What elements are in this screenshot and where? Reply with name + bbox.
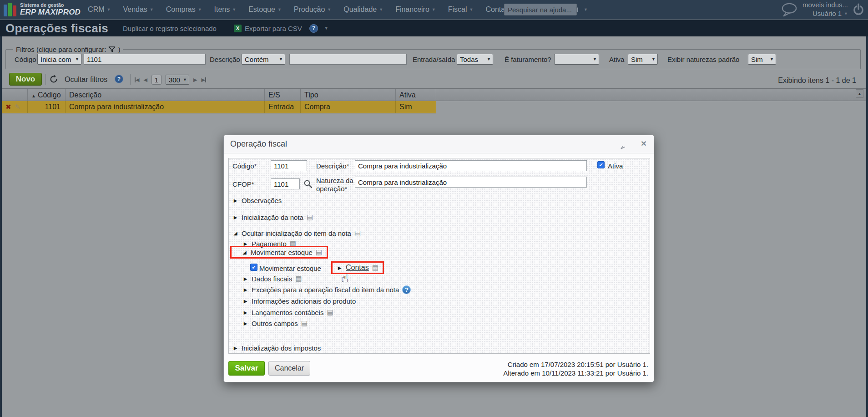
help-icon[interactable]: ? <box>402 285 411 294</box>
help-chevron-down-icon[interactable]: ▼ <box>584 7 588 12</box>
menu-crm[interactable]: CRM▼ <box>88 5 111 14</box>
delete-icon[interactable]: ✖ <box>5 103 11 111</box>
modal-descricao-label: Descrição* <box>316 162 349 170</box>
col-header-tipo[interactable]: Tipo <box>301 89 396 101</box>
salvar-button[interactable]: Salvar <box>228 361 265 376</box>
naturezas-padrao-select[interactable]: Sim▼ <box>748 54 776 65</box>
chat-bubble-icon[interactable] <box>781 2 798 17</box>
title-chevron-down-icon[interactable]: ▼ <box>324 26 328 31</box>
cancelar-button[interactable]: Cancelar <box>268 361 310 376</box>
last-page-icon[interactable]: ▶ <box>201 77 206 83</box>
logo-title: ERP MAXIPROD <box>20 8 81 16</box>
prev-page-icon[interactable]: ◀ <box>143 77 147 83</box>
cfop-search-icon[interactable] <box>303 179 313 188</box>
movimentar-estoque-checkbox[interactable]: ✔ <box>250 264 257 271</box>
modal-natureza-input[interactable] <box>355 177 587 188</box>
next-page-icon[interactable]: ▶ <box>193 77 197 83</box>
form-icon[interactable]: ▤ <box>307 213 313 221</box>
chevron-down-icon: ▼ <box>277 57 283 61</box>
section-movimentar-estoque[interactable]: ◢Movimentar estoque▤ <box>230 247 328 258</box>
page-size-select[interactable]: 300▼ <box>166 75 189 85</box>
main-menu: CRM▼Vendas▼Compras▼Itens▼Estoque▼Produçã… <box>88 5 536 14</box>
descricao-filter-input[interactable] <box>289 54 407 65</box>
funnel-icon[interactable] <box>108 46 116 53</box>
section-excecoes-para-a-operacao-fiscal-do-item-da-nota[interactable]: ▶Exceções para a operação fiscal do item… <box>242 284 411 295</box>
menu-itens[interactable]: Itens▼ <box>214 5 237 14</box>
modal-codigo-label: Código* <box>232 162 257 170</box>
duplicate-record-button[interactable]: Duplicar o registro selecionado <box>123 25 217 32</box>
menu-compras[interactable]: Compras▼ <box>166 5 202 14</box>
codigo-filter-input[interactable] <box>84 54 206 65</box>
section-lancamentos-contabeis[interactable]: ▶Lançamentos contábeis▤ <box>242 307 333 318</box>
scrollbar-up-icon[interactable]: ▲ <box>856 89 863 98</box>
dialog-comment-icon[interactable] <box>619 140 630 149</box>
form-icon[interactable]: ▤ <box>327 308 333 316</box>
cell-ativa: Sim <box>396 101 436 113</box>
entrada-saida-select[interactable]: Todas▼ <box>457 54 493 65</box>
movimentar-estoque-checkbox-label: Movimentar estoque <box>259 264 321 273</box>
menu-fiscal[interactable]: Fiscal▼ <box>448 5 474 14</box>
chevron-down-icon: ▼ <box>379 7 383 12</box>
form-icon[interactable]: ▤ <box>372 264 378 272</box>
user-menu[interactable]: Usuário 1 ▼ <box>812 10 848 18</box>
ativa-filter-select[interactable]: Sim▼ <box>628 54 658 65</box>
section-inicializacao-da-nota[interactable]: ▶Inicialização da nota▤ <box>232 212 313 223</box>
cell-e-s: Entrada <box>265 101 301 113</box>
menu-estoque[interactable]: Estoque▼ <box>248 5 282 14</box>
modal-descricao-input[interactable] <box>355 160 587 171</box>
power-icon[interactable] <box>853 3 864 16</box>
col-header-e-s[interactable]: E/S <box>265 89 301 101</box>
expand-icon: ▶ <box>242 321 248 326</box>
expand-icon: ▶ <box>242 310 248 315</box>
form-icon[interactable]: ▤ <box>301 319 308 327</box>
table-row[interactable]: ✖✎1101Compra para industrializaçãoEntrad… <box>2 101 436 113</box>
app-logo[interactable]: Sistema de gestão ERP MAXIPROD <box>4 3 81 16</box>
export-csv-button[interactable]: X Exportar para CSV <box>234 25 302 32</box>
company-name: moveis indus... <box>802 1 848 10</box>
naturezas-padrao-label: Exibir naturezas padrão <box>667 56 739 63</box>
form-icon[interactable]: ▤ <box>316 248 322 256</box>
expand-icon: ▶ <box>242 299 248 304</box>
close-icon[interactable]: × <box>641 138 646 149</box>
filters-legend[interactable]: Filtros (clique para configurar: ) <box>13 46 123 53</box>
section-dados-fiscais[interactable]: ▶Dados fiscais▤ <box>242 273 302 284</box>
ocultar-filtros-button[interactable]: Ocultar filtros <box>65 76 107 84</box>
menu-financeiro[interactable]: Financeiro▼ <box>395 5 436 14</box>
toolbar-help-icon[interactable]: ? <box>115 75 123 83</box>
title-help-icon[interactable]: ? <box>309 24 318 33</box>
descricao-operator-select[interactable]: Contém▼ <box>242 54 285 65</box>
page-number-input[interactable]: 1 <box>151 75 161 85</box>
section-ocultar-inicializacao-do-item-da-nota[interactable]: ◢Ocultar inicialização do item da nota▤ <box>232 228 361 239</box>
edit-icon[interactable]: ✎ <box>15 103 20 111</box>
content-area: Filtros (clique para configurar: ) Códig… <box>0 36 868 417</box>
first-page-icon[interactable]: ◀ <box>135 77 139 83</box>
contas-link[interactable]: Contas <box>346 264 369 272</box>
novo-button[interactable]: Novo <box>9 73 42 86</box>
expand-icon: ▶ <box>242 276 248 281</box>
menu-producao[interactable]: Produção▼ <box>294 5 331 14</box>
section-outros-campos[interactable]: ▶Outros campos▤ <box>242 318 308 329</box>
col-header-codigo[interactable]: ▲Código <box>28 89 66 101</box>
section-observacoes[interactable]: ▶Observações <box>232 195 282 206</box>
descricao-filter-label: Descrição <box>210 56 240 63</box>
items-count-label: Exibindo itens 1 - 1 de 1 <box>778 76 856 85</box>
codigo-operator-select[interactable]: Inicia com▼ <box>37 54 81 65</box>
section-informacoes-adicionais-do-produto[interactable]: ▶Informações adicionais do produto <box>242 295 356 306</box>
highlight-box: ◢Movimentar estoque▤ <box>230 246 328 259</box>
form-icon[interactable]: ▤ <box>354 229 361 237</box>
col-header-descricao[interactable]: Descrição <box>66 89 265 101</box>
form-icon[interactable]: ▤ <box>295 275 302 283</box>
section-label: Ocultar inicialização do item da nota <box>242 229 351 237</box>
faturamento-select[interactable]: ▼ <box>554 54 599 65</box>
section-inicializacao-dos-impostos[interactable]: ▶Inicialização dos impostos <box>232 342 321 353</box>
refresh-icon[interactable] <box>49 75 58 84</box>
menu-vendas[interactable]: Vendas▼ <box>123 5 153 14</box>
modal-codigo-input[interactable] <box>271 160 307 171</box>
section-label: Lançamentos contábeis <box>252 309 323 316</box>
toolbar-separator <box>45 74 46 85</box>
help-search-input[interactable] <box>504 4 577 15</box>
ativa-checkbox[interactable]: ✔ <box>597 161 605 168</box>
menu-qualidade[interactable]: Qualidade▼ <box>343 5 383 14</box>
col-header-ativa[interactable]: Ativa <box>396 89 436 101</box>
modal-cfop-input[interactable] <box>271 178 300 189</box>
